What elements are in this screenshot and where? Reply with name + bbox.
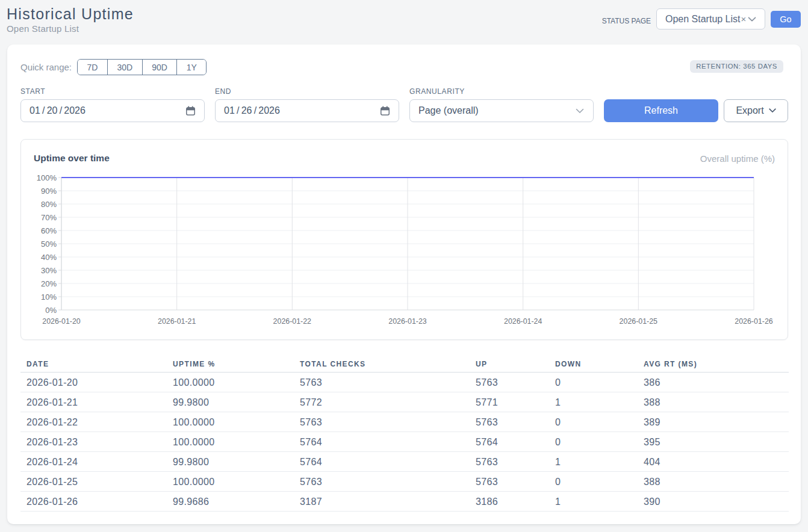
svg-text:2026-01-26: 2026-01-26 (735, 317, 772, 326)
svg-text:2026-01-21: 2026-01-21 (158, 317, 196, 326)
svg-text:30%: 30% (41, 266, 57, 275)
svg-text:60%: 60% (41, 226, 57, 235)
svg-text:100%: 100% (37, 173, 57, 182)
svg-text:50%: 50% (41, 240, 57, 249)
svg-text:40%: 40% (41, 253, 57, 262)
svg-text:70%: 70% (41, 213, 57, 222)
svg-text:80%: 80% (41, 200, 57, 209)
svg-text:2026-01-22: 2026-01-22 (273, 317, 311, 326)
svg-text:2026-01-24: 2026-01-24 (504, 317, 542, 326)
svg-text:20%: 20% (41, 279, 57, 288)
svg-text:10%: 10% (41, 292, 57, 302)
svg-text:2026-01-23: 2026-01-23 (388, 317, 426, 326)
svg-text:2026-01-25: 2026-01-25 (620, 317, 657, 326)
svg-text:2026-01-20: 2026-01-20 (42, 317, 80, 326)
svg-text:0%: 0% (45, 306, 57, 315)
svg-text:90%: 90% (41, 187, 57, 196)
